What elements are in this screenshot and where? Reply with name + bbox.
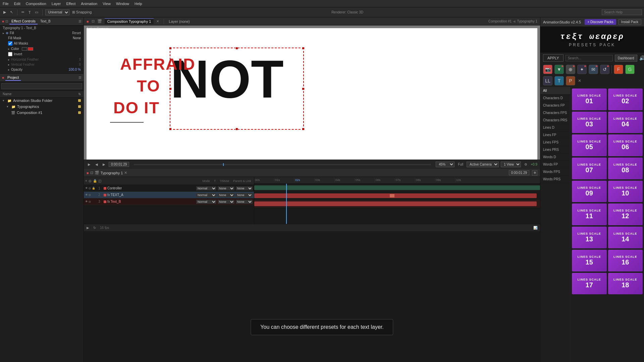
preset-card-04[interactable]: LINES SCALE 04 [608,112,643,133]
snapping-toggle[interactable]: ⊞ Snapping [71,9,93,15]
tl-close-btn[interactable]: ■ [87,171,89,175]
layer-mode-2[interactable]: Normal [196,193,216,197]
menu-effect[interactable]: Effect [66,2,75,6]
layer-trkmat-2[interactable]: None [218,193,234,197]
preset-card-09[interactable]: LINES SCALE 09 [572,181,607,202]
camera-select[interactable]: Active Camera [467,162,499,167]
project-item-folder[interactable]: ▾ 📁 Animation Studio Folder [0,98,84,104]
plugin-icon-p[interactable]: P [566,76,575,85]
tl-new-layer-btn[interactable]: + [85,179,87,183]
category-words-fps[interactable]: Words FPS [540,168,570,176]
category-chars-fp[interactable]: Characters FP [540,102,570,109]
color-swatch-red[interactable] [28,47,33,51]
layer-lock-2[interactable] [92,194,95,196]
plugin-search-input[interactable] [566,55,613,61]
tl-lock-btn[interactable]: ⊡ [90,171,93,175]
category-words-prs[interactable]: Words PRS [540,176,570,183]
opacity-expand[interactable]: ▸ [8,68,10,71]
viewer[interactable]: Active Camera NOT AFFRAID TO DO IT [84,25,540,160]
plugin-icon-green[interactable]: G [625,65,635,74]
preset-card-15[interactable]: LINES SCALE 15 [572,250,607,272]
layer-row-controller[interactable]: 👁 ◎ 🔒 1 Controller Normal None None [84,185,254,192]
text-tool[interactable]: T [27,10,32,15]
status-play-btn[interactable]: ▶ [87,226,89,230]
category-chars-d[interactable]: Characters D [540,95,570,102]
layer-mode-1[interactable]: Normal [196,186,216,190]
close-icon[interactable]: ■ [2,19,4,23]
dashboard-btn[interactable]: Dashboard [615,55,637,62]
project-item-typographics[interactable]: ▾ 📁 Typographics [0,104,84,110]
preset-card-08[interactable]: LINES SCALE 08 [608,158,643,179]
preset-card-07[interactable]: LINES SCALE 07 [572,158,607,179]
shape-tool[interactable]: ▭ [34,9,40,15]
breadcrumb-comp[interactable]: Composition #1 [488,19,512,23]
layer-lock-3[interactable] [92,200,95,203]
viewer-next-frame[interactable]: ▶ [101,162,107,167]
project-tab[interactable]: Project [5,75,21,81]
pen-tool[interactable]: ✏ [20,9,26,15]
comp-panel-close[interactable]: ■ [87,19,89,23]
opacity-value[interactable]: 100.0 % [68,68,81,71]
tl-collapse-btn[interactable]: ◫ [98,179,101,183]
plugin-icon-mail[interactable]: ✉ [589,65,598,74]
menu-view[interactable]: View [103,2,111,6]
select-tool[interactable]: ↖ [9,9,14,15]
layer-trkmat-1[interactable]: None [218,186,234,190]
tl-tab-close[interactable]: ✕ [124,171,127,175]
preset-card-05[interactable]: LINES SCALE 05 [572,134,607,156]
project-menu-btn[interactable]: ☰ [78,76,82,79]
quality-btn[interactable]: Full [457,162,465,167]
menu-layer[interactable]: Layer [52,2,61,6]
fill-row[interactable]: ▸ ⊕ Fill Reset [0,31,84,36]
category-chars-prs[interactable]: Characters PRS [540,117,570,124]
menu-window[interactable]: Window [116,2,129,6]
help-search[interactable] [602,9,642,15]
layer-solo-3[interactable]: ◎ [89,200,91,203]
layer-lock-1[interactable]: 🔒 [92,187,95,190]
playback-scrubber[interactable] [134,164,431,165]
plugin-icon-instagram[interactable]: 📷 [543,65,552,74]
fill-expand[interactable]: ▸ [3,32,4,35]
color-swatch[interactable] [22,47,27,51]
preset-card-03[interactable]: LINES SCALE 03 [572,112,607,133]
preset-card-12[interactable]: LINES SCALE 12 [608,203,643,225]
comp-tab-typography[interactable]: Composition Typography 1 [105,18,154,24]
category-words-d[interactable]: Words D [540,154,570,161]
layer-trkmat-3[interactable]: None [218,200,234,204]
effect-controls-tab[interactable]: Effect Controls [9,18,38,24]
menu-file[interactable]: File [3,2,9,6]
discover-packs-btn[interactable]: + Discover Packs [585,19,616,25]
tl-settings-btn[interactable]: ⚙ [532,170,537,176]
fill-mask-value[interactable]: None [73,36,81,40]
subfolder-expand[interactable]: ▾ [7,105,8,108]
plugin-icon-star[interactable]: ✦ [577,65,587,74]
lock-icon[interactable]: ⊡ [5,19,8,23]
category-lines-d[interactable]: Lines D [540,124,570,131]
layer-mode-3[interactable]: Normal [196,200,216,204]
color-expand[interactable]: ▸ [8,47,10,51]
layer-parent-2[interactable]: None [236,193,253,197]
plugin-icon-target[interactable]: ⊕ [566,65,575,74]
menu-composition[interactable]: Composition [26,2,46,6]
tl-lock-all-btn[interactable]: 🔒 [93,179,97,183]
name-col-header[interactable]: Name [3,92,78,96]
workspace-select[interactable]: Universal [45,9,69,15]
tl-solo-btn[interactable]: ◎ [89,179,92,183]
viewer-play-btn[interactable]: ▶ [87,162,92,167]
category-chars-fps[interactable]: Characters FPS [540,109,570,117]
all-masks-checkbox[interactable] [8,41,12,46]
status-graph-btn[interactable]: 📊 [533,226,537,230]
project-close-icon[interactable]: ■ [2,76,4,79]
folder-expand[interactable]: ▾ [3,99,4,102]
preset-card-14[interactable]: LINES SCALE 14 [608,227,643,248]
apply-preset-btn[interactable]: APPLY [543,54,564,62]
viewer-prev-frame[interactable]: ◀ [94,162,99,167]
project-item-comp1[interactable]: 🎬 Composition #1 [0,110,84,116]
menu-edit[interactable]: Edit [14,2,20,6]
view-select[interactable]: 1 View [501,162,521,167]
preset-card-18[interactable]: LINES SCALE 18 [608,273,643,295]
plugin-icon-light[interactable]: LL [543,76,552,85]
plugin-icon-tao[interactable]: T [554,76,564,85]
preset-card-13[interactable]: LINES SCALE 13 [572,227,607,248]
install-pack-btn[interactable]: Install Pack [618,19,641,25]
